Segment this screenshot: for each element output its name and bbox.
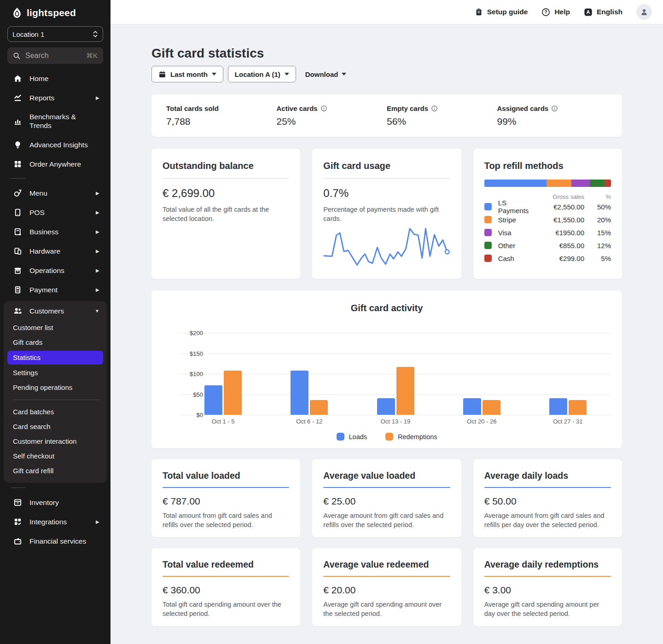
bar-group [180, 333, 266, 415]
refill-row: Visa€1950.0015% [484, 226, 611, 239]
refill-gross-sales: €2,550.00 [534, 203, 584, 211]
help-button[interactable]: ? Help [541, 8, 570, 17]
divider [163, 178, 289, 179]
chevron-right-icon: ▶ [96, 95, 99, 100]
accent-rule [323, 576, 450, 577]
sidebar-item-inventory[interactable]: Inventory [0, 493, 110, 512]
sidebar-divider [11, 487, 26, 488]
submenu-customer-interaction[interactable]: Customer interaction [4, 434, 107, 449]
sidebar-item-operations[interactable]: Operations ▶ [0, 261, 110, 280]
gift-card-activity-card: Gift card activity $200 $150 $100 $50 $0… [151, 290, 622, 448]
accent-rule [484, 487, 611, 488]
reports-icon [13, 93, 22, 102]
sidebar-item-business[interactable]: Business ▶ [0, 222, 110, 241]
submenu-customer-list[interactable]: Customer list [4, 320, 107, 335]
submenu-pending-operations[interactable]: Pending operations [4, 380, 107, 395]
refill-segment-visa [571, 180, 590, 187]
sidebar-item-advanced-insights[interactable]: Advanced Insights [0, 135, 110, 154]
refill-method-name: Stripe [498, 216, 534, 224]
stat-active-cards: Active cards 25% [277, 104, 387, 127]
submenu-settings[interactable]: Settings [4, 366, 107, 380]
wallet-icon [13, 536, 22, 545]
sidebar-item-financial-services[interactable]: Financial services [0, 531, 110, 551]
sidebar-item-integrations[interactable]: Integrations ▶ [0, 512, 110, 531]
submenu-statistics[interactable]: Statistics [7, 351, 103, 365]
language-icon: A [584, 8, 593, 17]
activity-chart-plot: $200 $150 $100 $50 $0 [151, 333, 611, 415]
refill-row: Stripe€1,550.0020% [484, 213, 611, 226]
sidebar-nav: Home Reports ▶ Benchmarks & Trends Advan… [0, 69, 110, 551]
inventory-icon [13, 498, 22, 507]
refill-row: LS Payments€2,550.0050% [484, 200, 611, 213]
refill-percentage: 15% [584, 229, 611, 237]
tablet-icon [13, 208, 22, 217]
x-axis-labels: Oct 1 - 5Oct 6 - 12Oct 13 - 19Oct 20 - 2… [180, 418, 611, 425]
refill-swatch [484, 255, 492, 262]
benchmarks-icon [13, 116, 22, 126]
user-avatar[interactable] [636, 4, 652, 20]
x-axis-label: Oct 1 - 5 [180, 418, 266, 425]
sidebar-item-benchmarks-trends[interactable]: Benchmarks & Trends [0, 107, 110, 135]
chevron-down-icon: ▼ [95, 308, 99, 313]
lightbulb-icon [13, 140, 22, 149]
app-window: lightspeed Location 1 Search ⌘K Home Rep… [0, 0, 663, 644]
search-placeholder: Search [25, 52, 81, 60]
sidebar-item-hardware[interactable]: Hardware ▶ [0, 241, 110, 261]
sidebar-item-payment[interactable]: Payment ▶ [0, 280, 110, 299]
refill-percentage: 5% [584, 255, 611, 262]
accent-rule [323, 487, 450, 488]
sidebar-item-home[interactable]: Home [0, 69, 110, 88]
person-icon [640, 8, 648, 16]
date-range-button[interactable]: Last month [151, 66, 223, 82]
submenu-gift-cards[interactable]: Gift cards [4, 335, 107, 350]
top-header: Setup guide ? Help A English [110, 0, 663, 24]
refill-table: LS Payments€2,550.0050%Stripe€1,550.0020… [484, 200, 611, 265]
sidebar-item-menu[interactable]: Menu ▶ [0, 183, 110, 203]
chevron-right-icon: ▶ [96, 249, 99, 254]
legend-redemptions: Redemptions [385, 433, 437, 441]
download-button[interactable]: Download [305, 70, 347, 78]
location-filter-button[interactable]: Location A (1) [228, 66, 296, 82]
stat-value: 25% [277, 116, 387, 127]
bar-redemptions [310, 400, 328, 415]
info-icon[interactable] [320, 105, 327, 112]
integrations-icon [13, 517, 22, 526]
divider [323, 178, 450, 179]
outstanding-balance-value: € 2,699.00 [163, 187, 289, 200]
language-button[interactable]: A English [584, 8, 622, 17]
sidebar-item-customers[interactable]: Customers ▼ [4, 301, 107, 320]
bar-redemptions [396, 367, 414, 415]
updown-chevrons-icon [93, 30, 98, 38]
chevron-down-icon [285, 73, 289, 75]
calendar-icon [158, 70, 166, 78]
submenu-card-search[interactable]: Card search [4, 419, 107, 434]
location-selector[interactable]: Location 1 [7, 26, 103, 42]
bar-loads [204, 385, 222, 415]
sidebar: lightspeed Location 1 Search ⌘K Home Rep… [0, 0, 110, 644]
sidebar-item-order-anywhere[interactable]: Order Anywhere [0, 154, 110, 174]
refill-method-name: Cash [498, 255, 534, 262]
page-content: Gift card statistics Last month Location… [110, 24, 663, 644]
page-title: Gift card statistics [151, 46, 622, 61]
total-value-loaded-card: Total value loaded € 787.00 Total amount… [151, 459, 300, 537]
submenu-gift-card-refill[interactable]: Gift card refill [4, 464, 107, 478]
sidebar-item-reports[interactable]: Reports ▶ [0, 88, 110, 107]
help-icon: ? [541, 8, 550, 17]
chart-title: Gift card activity [151, 302, 622, 313]
refill-distribution-bar [484, 180, 611, 187]
search-input[interactable]: Search ⌘K [7, 47, 103, 64]
average-value-redeemed-card: Average value redeemed € 20.00 Average g… [312, 548, 461, 626]
submenu-self-checkout[interactable]: Self checkout [4, 449, 107, 464]
sidebar-item-pos[interactable]: POS ▶ [0, 203, 110, 222]
submenu-card-batches[interactable]: Card batches [4, 405, 107, 419]
info-icon[interactable] [551, 105, 558, 112]
setup-guide-button[interactable]: Setup guide [475, 8, 528, 16]
refill-method-name: LS Payments [498, 199, 534, 215]
info-icon[interactable] [431, 105, 438, 112]
filters-bar: Last month Location A (1) Download [151, 66, 622, 82]
refill-segment-ls-payments [484, 180, 547, 187]
gift-card-usage-card: Gift card usage 0.7% Percentage of payme… [312, 149, 461, 279]
dining-icon [13, 188, 22, 197]
box-icon [13, 266, 22, 275]
refill-gross-sales: €299.00 [534, 255, 584, 262]
